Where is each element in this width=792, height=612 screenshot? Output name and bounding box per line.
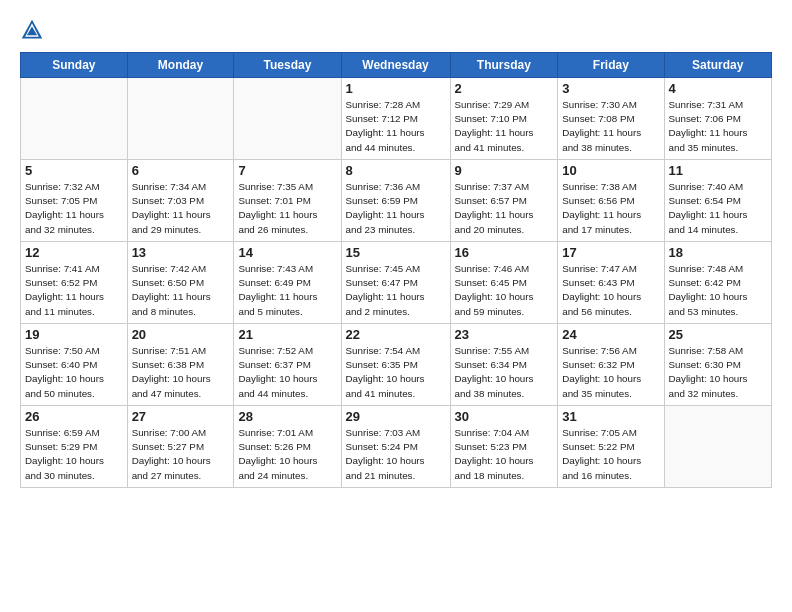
day-info: Sunrise: 7:58 AMSunset: 6:30 PMDaylight:… bbox=[669, 344, 768, 401]
day-cell: 3Sunrise: 7:30 AMSunset: 7:08 PMDaylight… bbox=[558, 78, 664, 160]
week-row-3: 12Sunrise: 7:41 AMSunset: 6:52 PMDayligh… bbox=[21, 242, 772, 324]
day-number: 29 bbox=[346, 409, 446, 424]
day-cell bbox=[21, 78, 128, 160]
day-number: 1 bbox=[346, 81, 446, 96]
day-cell: 11Sunrise: 7:40 AMSunset: 6:54 PMDayligh… bbox=[664, 160, 772, 242]
day-cell: 7Sunrise: 7:35 AMSunset: 7:01 PMDaylight… bbox=[234, 160, 341, 242]
day-number: 5 bbox=[25, 163, 123, 178]
day-info: Sunrise: 7:41 AMSunset: 6:52 PMDaylight:… bbox=[25, 262, 123, 319]
day-number: 14 bbox=[238, 245, 336, 260]
day-header-thursday: Thursday bbox=[450, 53, 558, 78]
day-number: 11 bbox=[669, 163, 768, 178]
day-info: Sunrise: 7:36 AMSunset: 6:59 PMDaylight:… bbox=[346, 180, 446, 237]
logo-icon bbox=[20, 18, 44, 42]
day-info: Sunrise: 7:46 AMSunset: 6:45 PMDaylight:… bbox=[455, 262, 554, 319]
day-cell: 5Sunrise: 7:32 AMSunset: 7:05 PMDaylight… bbox=[21, 160, 128, 242]
day-cell: 17Sunrise: 7:47 AMSunset: 6:43 PMDayligh… bbox=[558, 242, 664, 324]
day-info: Sunrise: 7:32 AMSunset: 7:05 PMDaylight:… bbox=[25, 180, 123, 237]
calendar-page: SundayMondayTuesdayWednesdayThursdayFrid… bbox=[0, 0, 792, 612]
day-info: Sunrise: 7:54 AMSunset: 6:35 PMDaylight:… bbox=[346, 344, 446, 401]
day-cell: 23Sunrise: 7:55 AMSunset: 6:34 PMDayligh… bbox=[450, 324, 558, 406]
day-info: Sunrise: 7:56 AMSunset: 6:32 PMDaylight:… bbox=[562, 344, 659, 401]
day-cell: 8Sunrise: 7:36 AMSunset: 6:59 PMDaylight… bbox=[341, 160, 450, 242]
day-cell bbox=[664, 406, 772, 488]
day-info: Sunrise: 6:59 AMSunset: 5:29 PMDaylight:… bbox=[25, 426, 123, 483]
day-cell: 14Sunrise: 7:43 AMSunset: 6:49 PMDayligh… bbox=[234, 242, 341, 324]
day-info: Sunrise: 7:03 AMSunset: 5:24 PMDaylight:… bbox=[346, 426, 446, 483]
day-number: 17 bbox=[562, 245, 659, 260]
day-number: 2 bbox=[455, 81, 554, 96]
day-number: 26 bbox=[25, 409, 123, 424]
day-cell: 6Sunrise: 7:34 AMSunset: 7:03 PMDaylight… bbox=[127, 160, 234, 242]
day-number: 25 bbox=[669, 327, 768, 342]
day-number: 23 bbox=[455, 327, 554, 342]
day-info: Sunrise: 7:55 AMSunset: 6:34 PMDaylight:… bbox=[455, 344, 554, 401]
day-cell: 4Sunrise: 7:31 AMSunset: 7:06 PMDaylight… bbox=[664, 78, 772, 160]
day-cell: 16Sunrise: 7:46 AMSunset: 6:45 PMDayligh… bbox=[450, 242, 558, 324]
calendar-table: SundayMondayTuesdayWednesdayThursdayFrid… bbox=[20, 52, 772, 488]
day-cell: 15Sunrise: 7:45 AMSunset: 6:47 PMDayligh… bbox=[341, 242, 450, 324]
week-row-4: 19Sunrise: 7:50 AMSunset: 6:40 PMDayligh… bbox=[21, 324, 772, 406]
day-info: Sunrise: 7:00 AMSunset: 5:27 PMDaylight:… bbox=[132, 426, 230, 483]
day-number: 6 bbox=[132, 163, 230, 178]
day-number: 28 bbox=[238, 409, 336, 424]
day-number: 12 bbox=[25, 245, 123, 260]
day-info: Sunrise: 7:37 AMSunset: 6:57 PMDaylight:… bbox=[455, 180, 554, 237]
day-number: 13 bbox=[132, 245, 230, 260]
day-cell bbox=[234, 78, 341, 160]
day-cell: 19Sunrise: 7:50 AMSunset: 6:40 PMDayligh… bbox=[21, 324, 128, 406]
day-header-saturday: Saturday bbox=[664, 53, 772, 78]
day-cell: 28Sunrise: 7:01 AMSunset: 5:26 PMDayligh… bbox=[234, 406, 341, 488]
day-info: Sunrise: 7:43 AMSunset: 6:49 PMDaylight:… bbox=[238, 262, 336, 319]
day-number: 24 bbox=[562, 327, 659, 342]
day-info: Sunrise: 7:51 AMSunset: 6:38 PMDaylight:… bbox=[132, 344, 230, 401]
day-number: 27 bbox=[132, 409, 230, 424]
day-cell bbox=[127, 78, 234, 160]
day-cell: 18Sunrise: 7:48 AMSunset: 6:42 PMDayligh… bbox=[664, 242, 772, 324]
week-row-5: 26Sunrise: 6:59 AMSunset: 5:29 PMDayligh… bbox=[21, 406, 772, 488]
day-cell: 22Sunrise: 7:54 AMSunset: 6:35 PMDayligh… bbox=[341, 324, 450, 406]
day-info: Sunrise: 7:04 AMSunset: 5:23 PMDaylight:… bbox=[455, 426, 554, 483]
day-info: Sunrise: 7:50 AMSunset: 6:40 PMDaylight:… bbox=[25, 344, 123, 401]
day-cell: 2Sunrise: 7:29 AMSunset: 7:10 PMDaylight… bbox=[450, 78, 558, 160]
day-number: 18 bbox=[669, 245, 768, 260]
day-info: Sunrise: 7:47 AMSunset: 6:43 PMDaylight:… bbox=[562, 262, 659, 319]
day-header-friday: Friday bbox=[558, 53, 664, 78]
day-cell: 30Sunrise: 7:04 AMSunset: 5:23 PMDayligh… bbox=[450, 406, 558, 488]
day-header-monday: Monday bbox=[127, 53, 234, 78]
day-number: 30 bbox=[455, 409, 554, 424]
day-info: Sunrise: 7:52 AMSunset: 6:37 PMDaylight:… bbox=[238, 344, 336, 401]
day-number: 7 bbox=[238, 163, 336, 178]
day-info: Sunrise: 7:40 AMSunset: 6:54 PMDaylight:… bbox=[669, 180, 768, 237]
day-number: 22 bbox=[346, 327, 446, 342]
day-cell: 27Sunrise: 7:00 AMSunset: 5:27 PMDayligh… bbox=[127, 406, 234, 488]
day-number: 10 bbox=[562, 163, 659, 178]
day-header-sunday: Sunday bbox=[21, 53, 128, 78]
week-row-2: 5Sunrise: 7:32 AMSunset: 7:05 PMDaylight… bbox=[21, 160, 772, 242]
day-cell: 9Sunrise: 7:37 AMSunset: 6:57 PMDaylight… bbox=[450, 160, 558, 242]
day-cell: 1Sunrise: 7:28 AMSunset: 7:12 PMDaylight… bbox=[341, 78, 450, 160]
day-number: 3 bbox=[562, 81, 659, 96]
day-info: Sunrise: 7:34 AMSunset: 7:03 PMDaylight:… bbox=[132, 180, 230, 237]
day-info: Sunrise: 7:28 AMSunset: 7:12 PMDaylight:… bbox=[346, 98, 446, 155]
day-info: Sunrise: 7:29 AMSunset: 7:10 PMDaylight:… bbox=[455, 98, 554, 155]
day-number: 8 bbox=[346, 163, 446, 178]
day-info: Sunrise: 7:45 AMSunset: 6:47 PMDaylight:… bbox=[346, 262, 446, 319]
day-number: 19 bbox=[25, 327, 123, 342]
day-number: 31 bbox=[562, 409, 659, 424]
day-cell: 21Sunrise: 7:52 AMSunset: 6:37 PMDayligh… bbox=[234, 324, 341, 406]
day-header-wednesday: Wednesday bbox=[341, 53, 450, 78]
logo bbox=[20, 18, 48, 42]
day-number: 9 bbox=[455, 163, 554, 178]
day-cell: 24Sunrise: 7:56 AMSunset: 6:32 PMDayligh… bbox=[558, 324, 664, 406]
day-cell: 31Sunrise: 7:05 AMSunset: 5:22 PMDayligh… bbox=[558, 406, 664, 488]
day-number: 16 bbox=[455, 245, 554, 260]
day-cell: 10Sunrise: 7:38 AMSunset: 6:56 PMDayligh… bbox=[558, 160, 664, 242]
day-info: Sunrise: 7:42 AMSunset: 6:50 PMDaylight:… bbox=[132, 262, 230, 319]
header bbox=[20, 18, 772, 42]
week-row-1: 1Sunrise: 7:28 AMSunset: 7:12 PMDaylight… bbox=[21, 78, 772, 160]
day-cell: 12Sunrise: 7:41 AMSunset: 6:52 PMDayligh… bbox=[21, 242, 128, 324]
day-cell: 20Sunrise: 7:51 AMSunset: 6:38 PMDayligh… bbox=[127, 324, 234, 406]
day-cell: 29Sunrise: 7:03 AMSunset: 5:24 PMDayligh… bbox=[341, 406, 450, 488]
day-cell: 26Sunrise: 6:59 AMSunset: 5:29 PMDayligh… bbox=[21, 406, 128, 488]
